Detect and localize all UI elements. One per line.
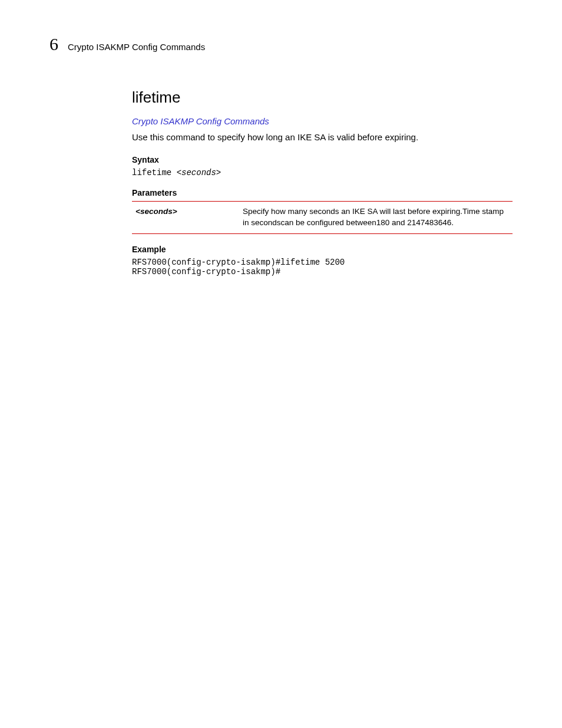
syntax-arg: <seconds> <box>177 168 222 177</box>
page-header: 6 Crypto ISAKMP Config Commands <box>49 35 513 53</box>
syntax-command: lifetime <box>132 168 177 177</box>
running-title: Crypto ISAKMP Config Commands <box>68 42 205 52</box>
parameters-heading: Parameters <box>132 188 513 197</box>
table-row: <seconds> Specify how many seconds an IK… <box>132 202 513 234</box>
chapter-number: 6 <box>49 35 58 53</box>
example-block: RFS7000(config-crypto-isakmp)#lifetime 5… <box>132 258 513 276</box>
breadcrumb-link[interactable]: Crypto ISAKMP Config Commands <box>132 116 513 126</box>
syntax-heading: Syntax <box>132 155 513 164</box>
example-heading: Example <box>132 245 513 254</box>
intro-text: Use this command to specify how long an … <box>132 131 513 143</box>
parameters-table: <seconds> Specify how many seconds an IK… <box>132 201 513 234</box>
syntax-line: lifetime <seconds> <box>132 168 513 177</box>
param-desc: Specify how many seconds an IKE SA will … <box>239 202 513 234</box>
section-title: lifetime <box>132 88 513 107</box>
param-name: <seconds> <box>132 202 239 234</box>
